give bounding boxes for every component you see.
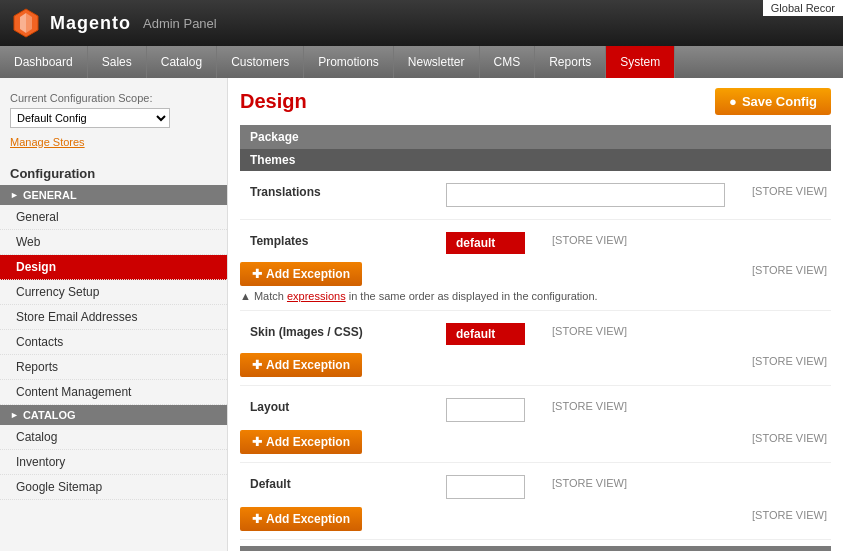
nav-item-customers[interactable]: Customers	[217, 46, 304, 78]
sidebar-item-currency-setup[interactable]: Currency Setup	[0, 280, 227, 305]
nav-item-newsletter[interactable]: Newsletter	[394, 46, 480, 78]
plus-icon-default: ✚	[252, 512, 262, 526]
add-exception-button-skin[interactable]: ✚ Add Exception	[240, 353, 362, 377]
match-expressions-link[interactable]: expressions	[287, 290, 346, 302]
plus-icon-templates: ✚	[252, 267, 262, 281]
add-exception-button-layout[interactable]: ✚ Add Exception	[240, 430, 362, 454]
logo: Magento Admin Panel	[10, 7, 217, 39]
plus-icon-skin: ✚	[252, 358, 262, 372]
sidebar-item-catalog[interactable]: Catalog	[0, 425, 227, 450]
input-translations[interactable]	[446, 183, 725, 207]
sidebar-item-reports[interactable]: Reports	[0, 355, 227, 380]
sidebar-group-general: ► GENERAL	[0, 185, 227, 205]
store-view-layout: [STORE VIEW]	[531, 394, 631, 418]
plus-icon-layout: ✚	[252, 435, 262, 449]
store-view-skin-exception: [STORE VIEW]	[731, 349, 831, 373]
layout-exception-area: ✚ Add Exception	[240, 426, 731, 454]
nav-item-dashboard[interactable]: Dashboard	[0, 46, 88, 78]
value-templates: default	[440, 228, 531, 258]
manage-stores-link[interactable]: Manage Stores	[0, 134, 227, 158]
sidebar-item-store-email[interactable]: Store Email Addresses	[0, 305, 227, 330]
arrow-icon: ►	[10, 190, 19, 200]
row-translations: Translations [STORE VIEW]	[240, 171, 831, 220]
header: Magento Admin Panel Global Recor	[0, 0, 843, 46]
nav-item-sales[interactable]: Sales	[88, 46, 147, 78]
value-translations	[440, 179, 731, 211]
label-skin: Skin (Images / CSS)	[240, 319, 440, 345]
add-exception-label-templates: Add Exception	[266, 267, 350, 281]
store-view-translations: [STORE VIEW]	[731, 179, 831, 203]
add-exception-label-default: Add Exception	[266, 512, 350, 526]
sidebar-item-inventory[interactable]: Inventory	[0, 450, 227, 475]
templates-default-badge: default	[446, 232, 525, 254]
add-exception-button-templates[interactable]: ✚ Add Exception	[240, 262, 362, 286]
sidebar-item-general[interactable]: General	[0, 205, 227, 230]
row-layout: Layout [STORE VIEW] ✚ Add Exception [STO…	[240, 386, 831, 463]
subsection-themes: Themes	[240, 149, 831, 171]
global-record-label: Global Recor	[763, 0, 843, 16]
value-default	[440, 471, 531, 503]
store-view-templates-exception: [STORE VIEW]	[731, 258, 831, 282]
save-config-button[interactable]: ● Save Config	[715, 88, 831, 115]
store-view-templates: [STORE VIEW]	[531, 228, 631, 252]
sidebar: Current Configuration Scope: Default Con…	[0, 78, 228, 551]
save-icon: ●	[729, 94, 737, 109]
default-exception-area: ✚ Add Exception	[240, 503, 731, 531]
skin-exception-area: ✚ Add Exception	[240, 349, 731, 377]
sidebar-group-general-label: GENERAL	[23, 189, 77, 201]
sidebar-item-google-sitemap[interactable]: Google Sitemap	[0, 475, 227, 500]
match-note: ▲ Match expressions in the same order as…	[240, 290, 731, 302]
scope-label: Current Configuration Scope:	[0, 88, 227, 106]
add-exception-button-default[interactable]: ✚ Add Exception	[240, 507, 362, 531]
sidebar-group-catalog-label: CATALOG	[23, 409, 76, 421]
row-templates: Templates default [STORE VIEW] ✚ Add Exc…	[240, 220, 831, 311]
sidebar-item-content-management[interactable]: Content Management	[0, 380, 227, 405]
main-layout: Current Configuration Scope: Default Con…	[0, 78, 843, 551]
scope-select-wrap: Default Config	[0, 106, 227, 134]
row-skin: Skin (Images / CSS) default [STORE VIEW]…	[240, 311, 831, 386]
input-layout[interactable]	[446, 398, 525, 422]
section-package: Package	[240, 125, 831, 149]
sidebar-item-web[interactable]: Web	[0, 230, 227, 255]
nav-item-catalog[interactable]: Catalog	[147, 46, 217, 78]
add-exception-label-layout: Add Exception	[266, 435, 350, 449]
store-view-default: [STORE VIEW]	[531, 471, 631, 495]
main-nav: Dashboard Sales Catalog Customers Promot…	[0, 46, 843, 78]
sidebar-group-catalog: ► CATALOG	[0, 405, 227, 425]
arrow-icon-catalog: ►	[10, 410, 19, 420]
input-default[interactable]	[446, 475, 525, 499]
nav-item-cms[interactable]: CMS	[480, 46, 536, 78]
section-html-head: HTML Head	[240, 546, 831, 551]
content-header: Design ● Save Config	[240, 88, 831, 115]
page-title: Design	[240, 90, 307, 113]
sidebar-item-contacts[interactable]: Contacts	[0, 330, 227, 355]
store-view-default-exception: [STORE VIEW]	[731, 503, 831, 527]
config-section-title: Configuration	[0, 158, 227, 185]
store-view-skin: [STORE VIEW]	[531, 319, 631, 343]
value-skin: default	[440, 319, 531, 349]
nav-item-system[interactable]: System	[606, 46, 675, 78]
store-view-layout-exception: [STORE VIEW]	[731, 426, 831, 450]
label-layout: Layout	[240, 394, 440, 420]
save-config-label: Save Config	[742, 94, 817, 109]
scope-select[interactable]: Default Config	[10, 108, 170, 128]
logo-subtitle: Admin Panel	[143, 16, 217, 31]
templates-exception-area: ✚ Add Exception ▲ Match expressions in t…	[240, 258, 731, 302]
nav-item-promotions[interactable]: Promotions	[304, 46, 394, 78]
label-default: Default	[240, 471, 440, 497]
row-default: Default [STORE VIEW] ✚ Add Exception [ST…	[240, 463, 831, 540]
skin-default-badge: default	[446, 323, 525, 345]
value-layout	[440, 394, 531, 426]
label-translations: Translations	[240, 179, 440, 205]
content-area: Design ● Save Config Package Themes Tran…	[228, 78, 843, 551]
label-templates: Templates	[240, 228, 440, 254]
add-exception-label-skin: Add Exception	[266, 358, 350, 372]
magento-logo-icon	[10, 7, 42, 39]
sidebar-item-design[interactable]: Design	[0, 255, 227, 280]
logo-app-name: Magento	[50, 13, 131, 34]
nav-item-reports[interactable]: Reports	[535, 46, 606, 78]
